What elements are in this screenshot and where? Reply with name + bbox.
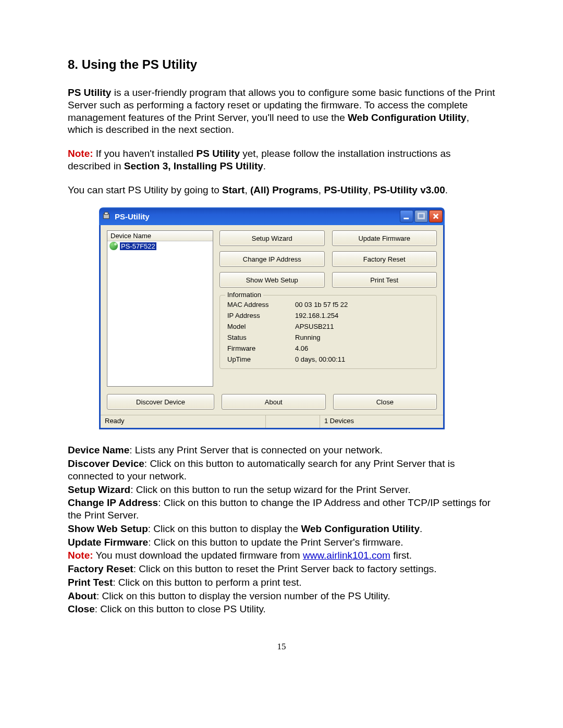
ps-utility-window: PS-Utility Device Name PS-57F522: [99, 207, 445, 429]
setup-wizard-button[interactable]: Setup Wizard: [219, 230, 325, 246]
window-title: PS-Utility: [115, 212, 150, 221]
firmware-label: Firmware: [227, 344, 295, 352]
page-number: 15: [68, 641, 495, 652]
firmware-value: 4.06: [295, 344, 429, 352]
model-label: Model: [227, 323, 295, 330]
definitions-block: Device Name: Lists any Print Server that…: [68, 444, 495, 615]
change-ip-button[interactable]: Change IP Address: [219, 251, 325, 267]
ps-utility-term: PS Utility: [68, 87, 111, 98]
close-button[interactable]: Close: [333, 394, 437, 410]
model-value: APSUSB211: [295, 323, 429, 330]
information-legend: Information: [225, 291, 263, 299]
device-list[interactable]: Device Name PS-57F522: [107, 230, 213, 387]
update-firmware-button[interactable]: Update Firmware: [332, 230, 437, 246]
status-value: Running: [295, 334, 429, 341]
device-icon: [109, 242, 118, 250]
mac-label: MAC Address: [227, 301, 295, 309]
uptime-label: UpTime: [227, 355, 295, 363]
minimize-button[interactable]: [400, 210, 413, 223]
information-panel: Information MAC Address00 03 1b 57 f5 22…: [219, 295, 437, 369]
uptime-value: 0 days, 00:00:11: [295, 355, 429, 363]
svg-rect-1: [105, 212, 108, 215]
note-label: Note:: [68, 550, 93, 561]
note-label: Note:: [68, 148, 93, 159]
titlebar[interactable]: PS-Utility: [99, 207, 445, 225]
ip-label: IP Address: [227, 312, 295, 319]
factory-reset-button[interactable]: Factory Reset: [332, 251, 437, 267]
status-label: Status: [227, 334, 295, 341]
show-web-setup-button[interactable]: Show Web Setup: [219, 272, 325, 288]
web-config-term: Web Configuration Utility: [348, 112, 467, 123]
svg-rect-3: [418, 214, 424, 219]
svg-rect-2: [403, 218, 409, 219]
device-list-item[interactable]: PS-57F522: [107, 241, 213, 251]
device-item-label: PS-57F522: [120, 242, 156, 250]
about-button[interactable]: About: [222, 394, 326, 410]
section-heading: 8. Using the PS Utility: [68, 57, 495, 72]
print-test-button[interactable]: Print Test: [332, 272, 437, 288]
ip-value: 192.168.1.254: [295, 312, 429, 319]
start-path-paragraph: You can start PS Utility by going to Sta…: [68, 184, 495, 196]
airlink-link[interactable]: www.airlink101.com: [303, 550, 390, 561]
intro-paragraph: PS Utility is a user-friendly program th…: [68, 87, 495, 136]
app-icon: [102, 212, 112, 221]
close-window-button[interactable]: [429, 210, 443, 223]
install-note-paragraph: Note: If you haven't installed PS Utilit…: [68, 147, 495, 172]
device-list-header: Device Name: [107, 231, 213, 241]
maximize-button: [414, 210, 428, 223]
discover-device-button[interactable]: Discover Device: [107, 394, 214, 410]
status-right: 1 Devices: [320, 415, 443, 428]
status-left: Ready: [101, 415, 266, 428]
mac-value: 00 03 1b 57 f5 22: [295, 301, 429, 309]
status-bar: Ready 1 Devices: [101, 415, 443, 428]
